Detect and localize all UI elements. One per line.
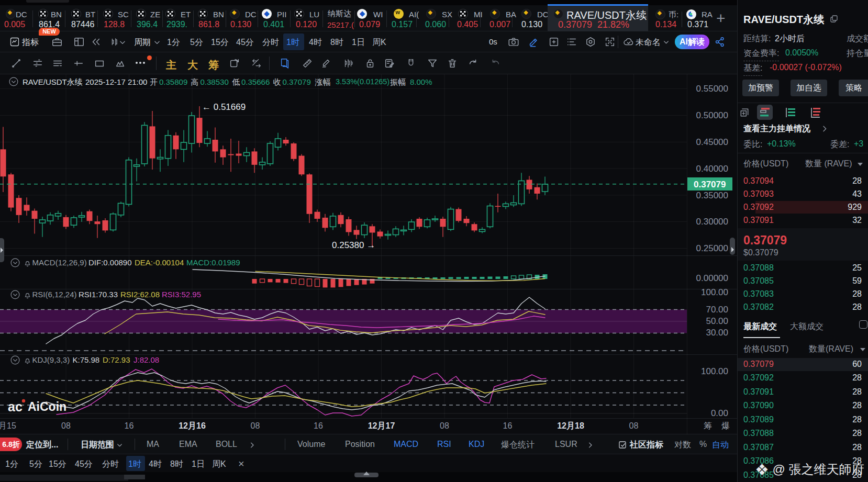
svg-text:0.00000: 0.00000 [696,273,728,283]
svg-text:0.25380 →: 0.25380 → [332,240,375,250]
svg-text:月15: 月15 [0,421,16,430]
svg-text:0.35000: 0.35000 [696,190,728,200]
svg-text:0.25000: 0.25000 [696,243,728,253]
svg-text:08: 08 [251,421,260,430]
svg-text:0.40000: 0.40000 [696,164,728,174]
svg-text:12月17: 12月17 [368,421,395,430]
svg-text:12月16: 12月16 [179,421,206,430]
svg-text:筹: 筹 [704,421,712,430]
svg-text:50.00: 50.00 [706,316,728,326]
svg-text:0.55000: 0.55000 [696,84,728,94]
svg-text:0.30000: 0.30000 [696,217,728,227]
svg-text:12月18: 12月18 [557,421,584,430]
svg-text:08: 08 [61,421,71,430]
svg-text:16: 16 [125,421,134,430]
svg-text:100.00: 100.00 [701,366,728,376]
svg-text:0.50000: 0.50000 [696,110,728,120]
svg-text:← 0.51669: ← 0.51669 [202,102,246,112]
svg-text:100.00: 100.00 [701,287,728,297]
svg-text:0.37079: 0.37079 [694,180,726,189]
svg-text:08: 08 [440,421,449,430]
svg-text:30.00: 30.00 [706,328,728,338]
svg-text:0.45000: 0.45000 [696,137,728,147]
svg-text:16: 16 [314,421,323,430]
svg-text:0.00: 0.00 [711,408,728,418]
svg-text:ac: ac [8,399,23,414]
svg-text:16: 16 [503,421,513,430]
svg-text:70.00: 70.00 [706,305,728,315]
svg-text:AiCoin: AiCoin [28,400,66,413]
svg-text:爆: 爆 [721,421,730,430]
svg-text:08: 08 [629,421,639,430]
